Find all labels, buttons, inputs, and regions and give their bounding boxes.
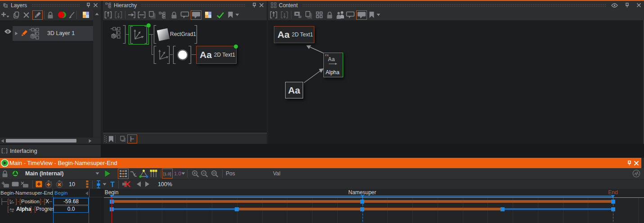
tolerance-value[interactable]: 10 <box>69 181 75 187</box>
hierarchy-canvas[interactable]: RectGrad1 Aa 2D Text1 <box>103 20 267 133</box>
palette-icon[interactable] <box>83 12 89 18</box>
flag-frames-icon[interactable] <box>294 11 303 19</box>
time-cursor[interactable] <box>112 196 112 223</box>
play-green-icon[interactable] <box>104 170 111 177</box>
interfacing-row[interactable]: Interfacing <box>0 145 101 157</box>
keyframe-column-header[interactable]: Begin <box>54 190 67 196</box>
alpha-effect-node[interactable]: FX Aa Alpha <box>323 53 343 77</box>
mute-red-icon[interactable] <box>122 180 131 188</box>
tree-small-icon[interactable] <box>159 11 166 19</box>
yellow-pins-icon[interactable] <box>150 169 157 178</box>
key-add-icon[interactable] <box>1 181 9 188</box>
bubble-outline-icon[interactable] <box>180 11 189 19</box>
caret-down-icon[interactable] <box>95 172 99 175</box>
close-icon[interactable] <box>633 160 640 166</box>
bubble-outline-icon[interactable] <box>346 11 355 19</box>
caret-down-icon[interactable] <box>376 13 380 16</box>
lock-icon[interactable] <box>170 11 178 19</box>
speed-boxed-icon[interactable]: [1.0] <box>162 169 173 178</box>
visibility-eye-icon[interactable] <box>4 29 12 34</box>
ruler-label-begin[interactable]: Begin <box>105 189 119 196</box>
ruler-label-end[interactable]: End <box>608 189 617 196</box>
timeline-tracks[interactable]: BeginNamesuperEnd <box>104 189 644 223</box>
zoom-out-icon[interactable] <box>201 170 208 178</box>
scroll-right-icon[interactable] <box>89 139 92 143</box>
caret-down-icon[interactable] <box>235 13 239 16</box>
brush-icon[interactable] <box>68 11 75 19</box>
scroll-up-icon[interactable] <box>95 13 99 15</box>
keyframe[interactable] <box>611 200 615 204</box>
pin-icon[interactable] <box>250 2 258 9</box>
keyframe[interactable] <box>360 200 364 204</box>
eye-icon[interactable] <box>611 2 618 9</box>
bracket-up-icon[interactable] <box>270 11 277 19</box>
h-bracket-icon[interactable] <box>138 11 146 18</box>
close-icon[interactable] <box>635 2 642 9</box>
track-segment[interactable] <box>112 208 237 210</box>
curve-icon[interactable] <box>130 170 138 177</box>
delete-x-icon[interactable] <box>23 12 30 18</box>
check-green-icon[interactable] <box>216 12 224 18</box>
text-source-node[interactable]: Aa <box>285 82 303 98</box>
key-solid-icon[interactable] <box>12 182 19 187</box>
orange-plus-icon[interactable] <box>36 181 42 187</box>
anim-green-icon[interactable] <box>11 169 19 178</box>
bracket-up-icon[interactable] <box>104 11 112 19</box>
hierarchy-drag-texture[interactable] <box>141 4 246 7</box>
keyframe[interactable] <box>360 207 364 211</box>
pin-icon[interactable] <box>626 160 633 166</box>
stopwatch-x-icon[interactable] <box>56 180 63 188</box>
zoom-reset-icon[interactable] <box>211 170 219 178</box>
slider-blue-icon[interactable] <box>96 180 101 188</box>
timeview-title-bar[interactable]: Main - TimeView - Begin-Namesuper-End <box>0 158 641 168</box>
edit-pencil-icon[interactable] <box>21 29 27 38</box>
pencil-boxed-icon[interactable] <box>32 10 43 20</box>
add-dropdown-icon[interactable] <box>1 11 10 18</box>
text-node-2d-text1[interactable]: Aa 2D Text1 <box>196 46 237 64</box>
page-icon[interactable] <box>120 136 126 142</box>
bookmark-icon[interactable] <box>228 11 233 18</box>
lock-icon[interactable] <box>326 11 333 19</box>
rectgrad-thumbnail[interactable] <box>157 27 170 43</box>
pin-icon[interactable] <box>623 2 631 9</box>
dots-handle-icon[interactable] <box>104 135 107 143</box>
prev-icon[interactable] <box>136 181 141 187</box>
pin-icon[interactable] <box>85 2 92 9</box>
track-end-boxed-icon[interactable] <box>127 134 137 143</box>
lock-icon[interactable] <box>47 11 54 19</box>
layers-hscrollbar[interactable] <box>0 138 101 144</box>
scroll-left-icon[interactable] <box>1 139 4 143</box>
value-field-alpha-progress[interactable]: 0.0 <box>54 205 89 213</box>
duplicate-icon[interactable] <box>13 11 20 19</box>
hierarchy-title-bar[interactable]: Hierarchy <box>103 1 267 9</box>
speed-value[interactable]: 1.0 <box>174 171 181 176</box>
arrow-into-icon[interactable] <box>128 11 135 18</box>
layer-row-3d-layer-1[interactable]: 3D Layer 1 <box>13 26 93 41</box>
triangle-rgb-icon[interactable] <box>139 169 148 178</box>
content-canvas[interactable]: Aa 2D Text1 FX Aa Alpha Aa <box>268 20 644 144</box>
lock-icon[interactable] <box>1 170 9 178</box>
bracket-down-dim-icon[interactable] <box>115 11 122 19</box>
waveform-circle-icon[interactable] <box>632 169 640 178</box>
people-icon[interactable] <box>336 11 344 19</box>
bookmark-filled-icon[interactable] <box>108 136 114 143</box>
key-del-icon[interactable] <box>21 181 29 188</box>
track-segment[interactable] <box>503 208 613 210</box>
keyframe[interactable] <box>611 207 615 211</box>
content-title-bar[interactable]: Content <box>268 1 644 9</box>
val-label[interactable]: Val <box>273 170 280 177</box>
caret-down-icon[interactable] <box>103 183 107 186</box>
rectgrad-label[interactable]: RectGrad1 <box>170 31 196 37</box>
stack-pages-icon[interactable] <box>148 11 156 19</box>
render-toggle-icon[interactable] <box>57 11 67 19</box>
content-drag-texture[interactable] <box>302 4 606 7</box>
layers-title-bar[interactable]: Layers <box>0 1 101 9</box>
clip-selector[interactable]: Main (Internal) <box>25 170 94 177</box>
close-icon[interactable] <box>258 2 265 9</box>
text-node-2d-text1[interactable]: Aa 2D Text1 <box>274 26 314 43</box>
collapse-column-icon[interactable] <box>85 191 89 196</box>
bracket-down-dim-icon[interactable] <box>281 11 288 19</box>
value-field-position-x[interactable]: -59.68 <box>54 198 89 205</box>
bubble-filled-boxed-icon[interactable] <box>356 10 367 20</box>
palette-icon[interactable] <box>205 12 211 18</box>
